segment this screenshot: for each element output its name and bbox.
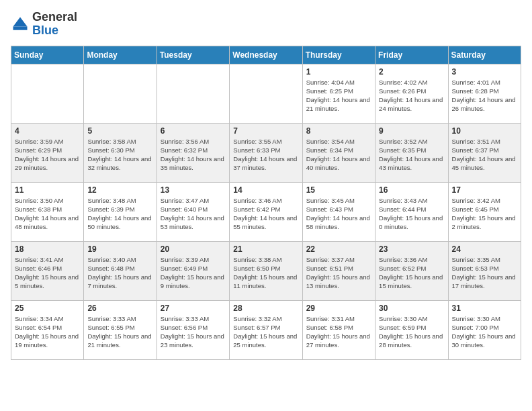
- day-info: Sunrise: 3:58 AM Sunset: 6:30 PM Dayligh…: [87, 137, 152, 173]
- day-number: 18: [15, 244, 80, 254]
- calendar-cell: 26Sunrise: 3:33 AM Sunset: 6:55 PM Dayli…: [84, 300, 157, 359]
- calendar-cell: 16Sunrise: 3:43 AM Sunset: 6:44 PM Dayli…: [375, 182, 448, 241]
- day-number: 7: [233, 126, 298, 136]
- calendar-cell: 28Sunrise: 3:32 AM Sunset: 6:57 PM Dayli…: [230, 300, 302, 359]
- day-number: 11: [15, 185, 80, 195]
- calendar-cell: 1Sunrise: 4:04 AM Sunset: 6:25 PM Daylig…: [302, 64, 375, 123]
- calendar-cell: 20Sunrise: 3:39 AM Sunset: 6:49 PM Dayli…: [157, 241, 229, 300]
- calendar-cell: 31Sunrise: 3:30 AM Sunset: 7:00 PM Dayli…: [448, 300, 521, 359]
- day-number: 20: [161, 244, 226, 254]
- weekday-header-monday: Monday: [84, 46, 157, 64]
- day-number: 1: [306, 67, 371, 77]
- day-number: 28: [233, 304, 298, 313]
- calendar-cell: 17Sunrise: 3:42 AM Sunset: 6:45 PM Dayli…: [448, 182, 521, 241]
- day-info: Sunrise: 3:37 AM Sunset: 6:51 PM Dayligh…: [306, 255, 371, 291]
- calendar-cell: 7Sunrise: 3:55 AM Sunset: 6:33 PM Daylig…: [230, 123, 302, 182]
- day-number: 9: [379, 126, 444, 136]
- day-info: Sunrise: 3:51 AM Sunset: 6:37 PM Dayligh…: [452, 137, 517, 173]
- day-number: 15: [306, 185, 371, 195]
- week-row-3: 11Sunrise: 3:50 AM Sunset: 6:38 PM Dayli…: [11, 182, 521, 241]
- calendar-cell: 14Sunrise: 3:46 AM Sunset: 6:42 PM Dayli…: [230, 182, 302, 241]
- day-info: Sunrise: 3:41 AM Sunset: 6:46 PM Dayligh…: [15, 255, 80, 291]
- week-row-5: 25Sunrise: 3:34 AM Sunset: 6:54 PM Dayli…: [11, 300, 521, 359]
- day-info: Sunrise: 3:42 AM Sunset: 6:45 PM Dayligh…: [452, 196, 517, 232]
- day-info: Sunrise: 3:35 AM Sunset: 6:53 PM Dayligh…: [452, 255, 517, 291]
- day-info: Sunrise: 3:30 AM Sunset: 6:59 PM Dayligh…: [379, 314, 444, 350]
- day-number: 14: [233, 185, 298, 195]
- calendar-cell: 24Sunrise: 3:35 AM Sunset: 6:53 PM Dayli…: [448, 241, 521, 300]
- day-number: 12: [87, 185, 152, 195]
- weekday-header-saturday: Saturday: [448, 46, 521, 64]
- day-number: 16: [379, 185, 444, 195]
- day-info: Sunrise: 3:45 AM Sunset: 6:43 PM Dayligh…: [306, 196, 371, 232]
- day-info: Sunrise: 3:48 AM Sunset: 6:39 PM Dayligh…: [87, 196, 152, 232]
- calendar-cell: 10Sunrise: 3:51 AM Sunset: 6:37 PM Dayli…: [448, 123, 521, 182]
- logo: General Blue: [11, 11, 77, 38]
- calendar-cell: 9Sunrise: 3:52 AM Sunset: 6:35 PM Daylig…: [375, 123, 448, 182]
- day-info: Sunrise: 3:33 AM Sunset: 6:56 PM Dayligh…: [161, 314, 226, 350]
- calendar-cell: 13Sunrise: 3:47 AM Sunset: 6:40 PM Dayli…: [157, 182, 229, 241]
- day-number: 6: [161, 126, 226, 136]
- day-info: Sunrise: 3:38 AM Sunset: 6:50 PM Dayligh…: [233, 255, 298, 291]
- day-number: 19: [87, 244, 152, 254]
- weekday-header-friday: Friday: [375, 46, 448, 64]
- day-number: 31: [452, 304, 517, 313]
- weekday-header-wednesday: Wednesday: [230, 46, 302, 64]
- calendar-cell: 12Sunrise: 3:48 AM Sunset: 6:39 PM Dayli…: [84, 182, 157, 241]
- day-number: 24: [452, 244, 517, 254]
- weekday-header-thursday: Thursday: [302, 46, 375, 64]
- day-info: Sunrise: 3:32 AM Sunset: 6:57 PM Dayligh…: [233, 314, 298, 350]
- calendar-cell: 27Sunrise: 3:33 AM Sunset: 6:56 PM Dayli…: [157, 300, 229, 359]
- calendar-cell: 11Sunrise: 3:50 AM Sunset: 6:38 PM Dayli…: [11, 182, 84, 241]
- day-info: Sunrise: 3:47 AM Sunset: 6:40 PM Dayligh…: [161, 196, 226, 232]
- calendar-cell: 18Sunrise: 3:41 AM Sunset: 6:46 PM Dayli…: [11, 241, 84, 300]
- day-number: 25: [15, 304, 80, 313]
- calendar-cell: 15Sunrise: 3:45 AM Sunset: 6:43 PM Dayli…: [302, 182, 375, 241]
- logo-blue: Blue: [32, 24, 58, 37]
- day-info: Sunrise: 3:52 AM Sunset: 6:35 PM Dayligh…: [379, 137, 444, 173]
- calendar-cell: 21Sunrise: 3:38 AM Sunset: 6:50 PM Dayli…: [230, 241, 302, 300]
- calendar-cell: [157, 64, 229, 123]
- svg-rect-2: [13, 26, 28, 30]
- day-info: Sunrise: 3:54 AM Sunset: 6:34 PM Dayligh…: [306, 137, 371, 173]
- day-info: Sunrise: 3:33 AM Sunset: 6:55 PM Dayligh…: [87, 314, 152, 350]
- day-number: 2: [379, 67, 444, 77]
- page-header: General Blue: [11, 11, 521, 38]
- day-info: Sunrise: 3:43 AM Sunset: 6:44 PM Dayligh…: [379, 196, 444, 232]
- logo-text: General Blue: [32, 11, 77, 38]
- day-number: 29: [306, 304, 371, 313]
- calendar-cell: 5Sunrise: 3:58 AM Sunset: 6:30 PM Daylig…: [84, 123, 157, 182]
- calendar-cell: [230, 64, 302, 123]
- day-number: 26: [87, 304, 152, 313]
- day-info: Sunrise: 3:46 AM Sunset: 6:42 PM Dayligh…: [233, 196, 298, 232]
- calendar-cell: 22Sunrise: 3:37 AM Sunset: 6:51 PM Dayli…: [302, 241, 375, 300]
- day-info: Sunrise: 3:59 AM Sunset: 6:29 PM Dayligh…: [15, 137, 80, 173]
- logo-icon: [11, 15, 30, 34]
- day-number: 23: [379, 244, 444, 254]
- day-info: Sunrise: 3:40 AM Sunset: 6:48 PM Dayligh…: [87, 255, 152, 291]
- calendar-cell: 23Sunrise: 3:36 AM Sunset: 6:52 PM Dayli…: [375, 241, 448, 300]
- day-number: 27: [161, 304, 226, 313]
- day-number: 22: [306, 244, 371, 254]
- day-number: 13: [161, 185, 226, 195]
- calendar-cell: 30Sunrise: 3:30 AM Sunset: 6:59 PM Dayli…: [375, 300, 448, 359]
- calendar-cell: 3Sunrise: 4:01 AM Sunset: 6:28 PM Daylig…: [448, 64, 521, 123]
- day-info: Sunrise: 3:55 AM Sunset: 6:33 PM Dayligh…: [233, 137, 298, 173]
- day-number: 5: [87, 126, 152, 136]
- day-info: Sunrise: 3:31 AM Sunset: 6:58 PM Dayligh…: [306, 314, 371, 350]
- day-info: Sunrise: 3:50 AM Sunset: 6:38 PM Dayligh…: [15, 196, 80, 232]
- logo-general: General: [32, 10, 77, 24]
- weekday-header-sunday: Sunday: [11, 46, 84, 64]
- week-row-2: 4Sunrise: 3:59 AM Sunset: 6:29 PM Daylig…: [11, 123, 521, 182]
- day-number: 8: [306, 126, 371, 136]
- calendar-table: SundayMondayTuesdayWednesdayThursdayFrid…: [11, 46, 521, 360]
- day-number: 17: [452, 185, 517, 195]
- day-number: 4: [15, 126, 80, 136]
- calendar-cell: 29Sunrise: 3:31 AM Sunset: 6:58 PM Dayli…: [302, 300, 375, 359]
- calendar-cell: 25Sunrise: 3:34 AM Sunset: 6:54 PM Dayli…: [11, 300, 84, 359]
- calendar-cell: 8Sunrise: 3:54 AM Sunset: 6:34 PM Daylig…: [302, 123, 375, 182]
- week-row-1: 1Sunrise: 4:04 AM Sunset: 6:25 PM Daylig…: [11, 64, 521, 123]
- calendar-cell: 19Sunrise: 3:40 AM Sunset: 6:48 PM Dayli…: [84, 241, 157, 300]
- day-info: Sunrise: 3:30 AM Sunset: 7:00 PM Dayligh…: [452, 314, 517, 350]
- day-number: 3: [452, 67, 517, 77]
